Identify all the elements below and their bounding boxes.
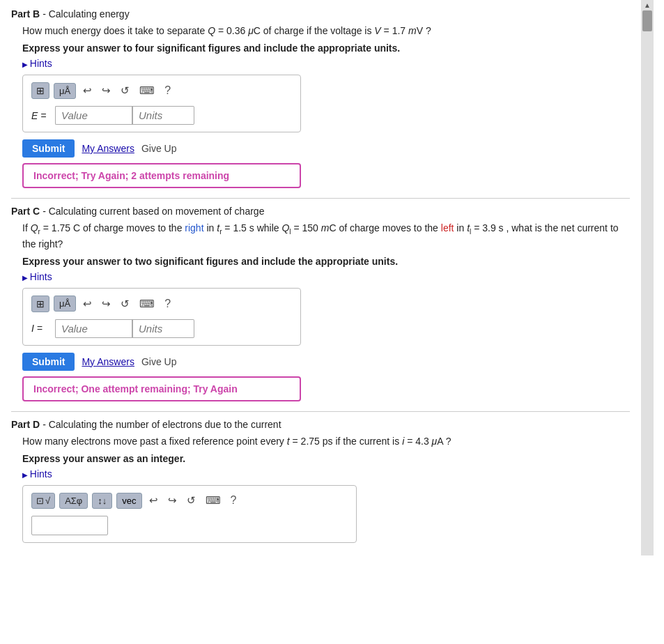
- part-b-label: Part B: [11, 8, 40, 20]
- part-d-sigma-btn[interactable]: ΑΣφ: [59, 493, 88, 509]
- part-b-keyboard-icon: ⌨: [139, 84, 155, 96]
- part-b-variable-label: E =: [31, 110, 51, 121]
- part-b-dash: -: [43, 8, 49, 20]
- part-c-redo-icon: ↪: [102, 298, 111, 309]
- part-d-toolbar: ⊡√ ΑΣφ ↕↓ vec ↩ ↪: [31, 493, 348, 509]
- part-b-feedback-box: Incorrect; Try Again; 2 attempts remaini…: [22, 163, 301, 188]
- part-b-keyboard-btn[interactable]: ⌨: [137, 83, 157, 98]
- part-b-refresh-icon: ↺: [121, 84, 130, 96]
- part-c-section: Part C - Calculating current based on mo…: [11, 206, 630, 401]
- part-d-value-input[interactable]: [31, 516, 108, 535]
- part-d-question: How many electrons move past a fixed ref…: [11, 434, 630, 449]
- part-c-keyboard-btn[interactable]: ⌨: [137, 296, 157, 312]
- part-b-header: Part B - Calculating energy: [11, 8, 630, 20]
- part-b-units-input[interactable]: [132, 106, 194, 125]
- part-c-input-row: I =: [31, 319, 292, 338]
- part-d-section: Part D - Calculating the number of elect…: [11, 419, 630, 543]
- part-d-arrows-label: ↕↓: [98, 496, 107, 506]
- part-b-title: Calculating energy: [49, 8, 130, 20]
- part-b-refresh-btn[interactable]: ↺: [118, 83, 132, 98]
- part-c-mu-label: μÅ: [59, 298, 70, 309]
- part-d-undo-icon: ↩: [149, 494, 158, 506]
- part-c-units-input[interactable]: [132, 319, 194, 338]
- part-c-hints-link[interactable]: Hints: [11, 271, 630, 282]
- part-d-sqrt-icon: √: [45, 496, 50, 506]
- part-d-hints-link[interactable]: Hints: [11, 468, 630, 480]
- part-c-submit-btn[interactable]: Submit: [22, 353, 75, 371]
- part-d-redo-icon: ↪: [168, 494, 177, 506]
- part-b-toolbar: ⊞ μÅ ↩ ↪ ↺ ⌨: [31, 82, 292, 99]
- part-b-value-input[interactable]: [55, 106, 132, 125]
- part-d-keyboard-icon: ⌨: [206, 494, 221, 506]
- part-c-undo-btn[interactable]: ↩: [80, 296, 95, 312]
- divider-cd: [11, 411, 630, 412]
- part-b-undo-btn[interactable]: ↩: [80, 83, 95, 98]
- part-c-squares-btn[interactable]: ⊞: [31, 296, 49, 312]
- part-c-dash: -: [43, 206, 49, 217]
- part-d-dash: -: [43, 419, 49, 430]
- part-c-squares-icon: ⊞: [36, 298, 45, 309]
- part-c-title: Calculating current based on movement of…: [49, 206, 265, 217]
- part-d-title: Calculating the number of electrons due …: [49, 419, 281, 430]
- part-d-undo-btn[interactable]: ↩: [146, 493, 161, 508]
- part-d-redo-btn[interactable]: ↪: [165, 493, 180, 508]
- part-d-label: Part D: [11, 419, 40, 430]
- part-b-give-up-link[interactable]: Give Up: [141, 143, 177, 154]
- scroll-thumb[interactable]: [642, 10, 652, 31]
- divider-bc: [11, 198, 630, 199]
- part-d-vec-label: vec: [122, 496, 136, 506]
- part-c-label: Part C: [11, 206, 40, 217]
- part-b-section: Part B - Calculating energy How much ene…: [11, 8, 630, 188]
- part-b-mu-label: μÅ: [59, 86, 70, 96]
- part-b-hints-link[interactable]: Hints: [11, 58, 630, 69]
- part-b-squares-btn[interactable]: ⊞: [31, 82, 49, 99]
- scroll-up-arrow[interactable]: ▲: [644, 1, 651, 9]
- part-d-arrows-btn[interactable]: ↕↓: [92, 493, 112, 509]
- part-c-header: Part C - Calculating current based on mo…: [11, 206, 630, 217]
- part-d-refresh-btn[interactable]: ↺: [184, 493, 199, 508]
- part-d-input-row: [31, 516, 348, 535]
- part-b-input-row: E =: [31, 106, 292, 125]
- part-b-answer-box: ⊞ μÅ ↩ ↪ ↺ ⌨: [22, 75, 301, 132]
- part-b-submit-btn[interactable]: Submit: [22, 139, 75, 158]
- part-c-refresh-btn[interactable]: ↺: [118, 296, 132, 312]
- part-d-instruction: Express your answer as an integer.: [11, 453, 630, 464]
- part-b-mu-btn[interactable]: μÅ: [54, 83, 76, 99]
- part-d-answer-box: ⊡√ ΑΣφ ↕↓ vec ↩ ↪: [22, 485, 357, 543]
- part-b-redo-btn[interactable]: ↪: [99, 83, 114, 98]
- part-c-toolbar: ⊞ μÅ ↩ ↪ ↺ ⌨: [31, 296, 292, 312]
- part-d-vec-btn[interactable]: vec: [116, 493, 141, 509]
- part-b-submit-row: Submit My Answers Give Up: [22, 139, 630, 158]
- part-c-question: If Qr = 1.75 C of charge moves to the ri…: [11, 221, 630, 252]
- part-c-answer-box: ⊞ μÅ ↩ ↪ ↺ ⌨: [22, 288, 301, 346]
- part-b-squares-icon: ⊞: [36, 85, 45, 96]
- part-c-submit-row: Submit My Answers Give Up: [22, 353, 630, 371]
- part-d-help-icon: ?: [231, 494, 237, 507]
- part-c-feedback-box: Incorrect; One attempt remaining; Try Ag…: [22, 376, 301, 401]
- part-b-my-answers-link[interactable]: My Answers: [82, 143, 134, 154]
- part-c-keyboard-icon: ⌨: [139, 298, 155, 309]
- part-c-value-input[interactable]: [55, 319, 132, 338]
- part-c-my-answers-link[interactable]: My Answers: [82, 356, 134, 367]
- part-b-redo-icon: ↪: [102, 84, 111, 96]
- part-d-keyboard-btn[interactable]: ⌨: [203, 493, 224, 508]
- part-c-undo-icon: ↩: [83, 298, 92, 309]
- part-b-feedback-text: Incorrect; Try Again; 2 attempts remaini…: [33, 170, 229, 181]
- part-b-question: How much energy does it take to separate…: [11, 24, 630, 38]
- part-d-squares-icon: ⊡: [36, 496, 44, 506]
- part-d-refresh-icon: ↺: [187, 494, 196, 506]
- part-d-sigma-label: ΑΣφ: [65, 496, 82, 506]
- part-c-redo-btn[interactable]: ↪: [99, 296, 114, 312]
- part-b-instruction: Express your answer to four significant …: [11, 43, 630, 54]
- part-c-variable-label: I =: [31, 323, 51, 334]
- part-c-help-icon: ?: [164, 298, 171, 310]
- part-b-undo-icon: ↩: [83, 84, 92, 96]
- part-c-refresh-icon: ↺: [121, 298, 130, 309]
- part-c-mu-btn[interactable]: μÅ: [54, 296, 76, 312]
- scrollbar[interactable]: ▲: [641, 0, 654, 555]
- part-d-squares-btn[interactable]: ⊡√: [31, 493, 55, 509]
- part-d-header: Part D - Calculating the number of elect…: [11, 419, 630, 430]
- part-c-feedback-text: Incorrect; One attempt remaining; Try Ag…: [33, 383, 238, 394]
- part-c-instruction: Express your answer to two significant f…: [11, 256, 630, 267]
- part-c-give-up-link[interactable]: Give Up: [141, 356, 177, 367]
